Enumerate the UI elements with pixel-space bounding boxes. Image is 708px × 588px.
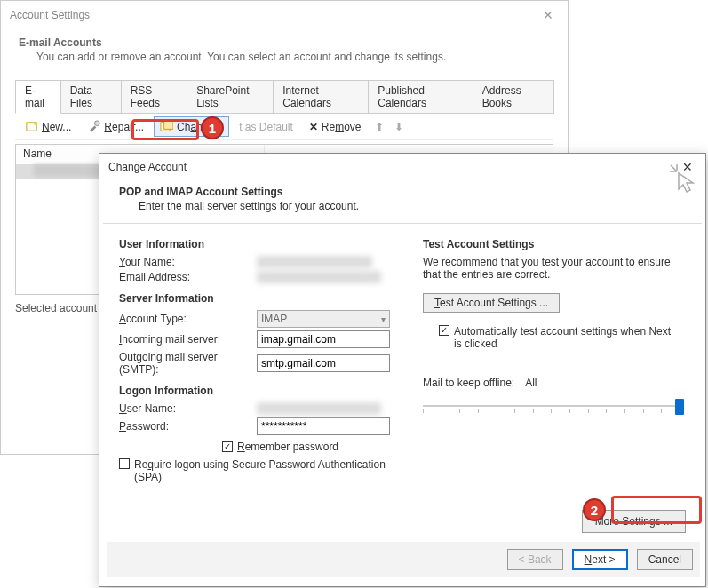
account-type-combo: IMAP ▾ bbox=[257, 310, 390, 328]
tab-sharepoint[interactable]: SharePoint Lists bbox=[187, 80, 274, 114]
section-user-info: User Information bbox=[119, 238, 412, 250]
test-heading: Test Account Settings bbox=[423, 238, 688, 250]
header-subtitle: Enter the mail server settings for your … bbox=[139, 200, 359, 212]
password-input[interactable] bbox=[257, 417, 390, 435]
tab-internet-calendars[interactable]: Internet Calendars bbox=[273, 80, 369, 114]
move-up-icon[interactable]: ⬆ bbox=[371, 121, 387, 133]
annotation-marker-2: 2 bbox=[583, 498, 606, 521]
chevron-down-icon: ▾ bbox=[381, 314, 386, 324]
new-icon bbox=[25, 120, 38, 133]
dialog-title: Change Account bbox=[108, 161, 187, 173]
next-button[interactable]: Next > bbox=[572, 549, 628, 570]
click-cursor-icon bbox=[668, 163, 698, 195]
test-account-button[interactable]: Test Account Settings ... bbox=[423, 293, 560, 313]
outgoing-server-input[interactable] bbox=[257, 354, 390, 372]
label-incoming: Incoming mail server: bbox=[119, 333, 257, 346]
subheading: You can add or remove an account. You ca… bbox=[36, 51, 553, 63]
close-icon[interactable]: ✕ bbox=[537, 8, 559, 22]
slider-thumb[interactable] bbox=[675, 399, 684, 415]
new-button[interactable]: New... bbox=[19, 116, 77, 137]
section-server-info: Server Information bbox=[119, 292, 412, 305]
svg-point-1 bbox=[95, 121, 100, 126]
email-value[interactable] bbox=[257, 271, 381, 283]
user-name-value[interactable] bbox=[257, 402, 381, 415]
repair-icon bbox=[87, 120, 100, 133]
label-account-type: Account Type: bbox=[119, 313, 257, 325]
tab-published-calendars[interactable]: Published Calendars bbox=[368, 80, 473, 114]
remove-button[interactable]: ✕ Remove bbox=[303, 117, 368, 137]
header-title: POP and IMAP Account Settings bbox=[119, 186, 359, 198]
tab-email[interactable]: E-mail bbox=[15, 80, 61, 114]
titlebar: Account Settings ✕ bbox=[1, 1, 568, 29]
dialog-titlebar: Change Account ✕ bbox=[99, 154, 705, 180]
test-text: We recommend that you test your account … bbox=[423, 256, 688, 281]
dialog-header: POP and IMAP Account Settings Enter the … bbox=[99, 180, 705, 223]
label-password: Password: bbox=[119, 420, 257, 433]
window-title: Account Settings bbox=[10, 9, 90, 21]
section-logon-info: Logon Information bbox=[119, 385, 412, 397]
svg-line-6 bbox=[671, 165, 676, 171]
move-down-icon[interactable]: ⬇ bbox=[391, 121, 407, 133]
right-column: Test Account Settings We recommend that … bbox=[423, 234, 688, 486]
tab-address-books[interactable]: Address Books bbox=[473, 80, 554, 114]
highlight-change bbox=[131, 119, 199, 140]
tab-data-files[interactable]: Data Files bbox=[60, 80, 122, 114]
left-column: User Information Your Name: Email Addres… bbox=[119, 234, 412, 486]
highlight-more-settings bbox=[611, 496, 702, 524]
require-spa-checkbox[interactable]: Require logon using Secure Password Auth… bbox=[119, 458, 392, 483]
incoming-server-input[interactable] bbox=[257, 330, 390, 348]
your-name-value[interactable] bbox=[257, 256, 372, 268]
set-default-button: t as Default bbox=[233, 117, 299, 137]
mail-keep-value: All bbox=[525, 377, 537, 389]
cancel-button[interactable]: Cancel bbox=[637, 549, 693, 570]
heading: E-mail Accounts bbox=[19, 36, 553, 49]
label-email: Email Address: bbox=[119, 271, 257, 283]
label-your-name: Your Name: bbox=[119, 256, 257, 268]
accounts-toolbar: New... Repair... Change... t as Default … bbox=[15, 114, 553, 140]
mail-keep-slider[interactable] bbox=[423, 396, 680, 401]
remove-icon: ✕ bbox=[309, 121, 318, 133]
label-outgoing: Outgoing mail server (SMTP): bbox=[119, 351, 257, 376]
mail-keep-label: Mail to keep offline: bbox=[423, 377, 514, 389]
label-user-name: User Name: bbox=[119, 402, 257, 415]
annotation-marker-1: 1 bbox=[201, 116, 224, 139]
tab-rss-feeds[interactable]: RSS Feeds bbox=[121, 80, 187, 114]
dialog-footer: < Back Next > Cancel bbox=[107, 542, 700, 577]
back-button: < Back bbox=[507, 549, 563, 570]
auto-test-checkbox[interactable]: ✓ Automatically test account settings wh… bbox=[439, 325, 676, 350]
tab-bar: E-mail Data Files RSS Feeds SharePoint L… bbox=[15, 79, 553, 114]
remember-password-checkbox[interactable]: ✓ Remember password bbox=[222, 441, 338, 453]
